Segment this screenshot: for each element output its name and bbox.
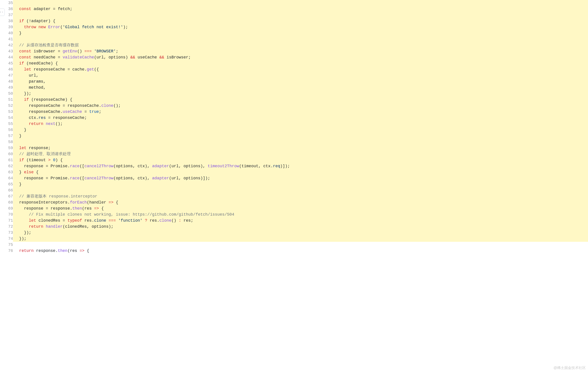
code-content[interactable]: // Fix multiple clones not working, issu… <box>14 212 588 218</box>
line-number[interactable]: 52 <box>0 103 13 109</box>
code-line: 42 // 从缓存池检查是否有缓存数据 <box>0 42 588 48</box>
code-line: 65 } <box>0 181 588 187</box>
code-content[interactable] <box>14 187 588 193</box>
line-number[interactable]: 56 <box>0 127 13 133</box>
line-number[interactable]: 62 <box>0 163 13 169</box>
line-number[interactable]: 50 <box>0 91 13 97</box>
code-line: 48 params, <box>0 79 588 85</box>
line-number[interactable]: 67 <box>0 193 13 200</box>
code-content[interactable]: params, <box>14 79 588 85</box>
line-number[interactable]: 47 <box>0 73 13 79</box>
code-content[interactable]: response = response.then(res => { <box>14 205 588 212</box>
code-content[interactable]: if (timeout > 0) { <box>14 157 588 163</box>
code-content[interactable]: } <box>14 133 588 139</box>
line-number[interactable]: 69 <box>0 205 13 212</box>
code-content[interactable]: let clonedRes = typeof res.clone === 'fu… <box>14 218 588 224</box>
code-line: 61 if (timeout > 0) { <box>0 157 588 163</box>
code-content[interactable]: url, <box>14 73 588 79</box>
code-line: 36 const adapter = fetch; <box>0 6 588 12</box>
line-number[interactable]: 35 <box>0 0 13 6</box>
code-content[interactable]: // 超时处理、取消请求处理 <box>14 151 588 157</box>
line-number[interactable]: 59 <box>0 145 13 151</box>
line-number[interactable]: 61 <box>0 157 13 163</box>
code-content[interactable]: const adapter = fetch; <box>14 6 588 12</box>
code-content[interactable]: method, <box>14 85 588 91</box>
line-number[interactable]: 45 <box>0 60 13 66</box>
line-number[interactable]: 58 <box>0 139 13 145</box>
code-content[interactable]: response = Promise.race([cancel2Throw(op… <box>14 163 588 169</box>
code-content[interactable] <box>14 139 588 145</box>
line-number[interactable]: 38 <box>0 18 13 24</box>
code-content[interactable] <box>14 242 588 248</box>
line-number[interactable]: 49 <box>0 85 13 91</box>
code-content[interactable]: response = Promise.race([cancel2Throw(op… <box>14 175 588 181</box>
code-content[interactable]: return next(); <box>14 121 588 127</box>
code-content[interactable]: } <box>14 30 588 36</box>
code-content[interactable]: // 从缓存池检查是否有缓存数据 <box>14 42 588 48</box>
code-content[interactable]: }); <box>14 91 588 97</box>
code-content[interactable]: return response.then(res => { <box>14 248 588 254</box>
code-content[interactable] <box>14 36 588 42</box>
line-number[interactable]: 51 <box>0 97 13 103</box>
code-line: 44 const needCache = validateCache(url, … <box>0 54 588 60</box>
code-content[interactable]: } <box>14 181 588 187</box>
code-content[interactable]: responseCache = responseCache.clone(); <box>14 103 588 109</box>
line-number[interactable]: 42 <box>0 42 13 48</box>
code-content[interactable]: responseInterceptors.forEach(handler => … <box>14 200 588 205</box>
line-number[interactable]: 70 <box>0 212 13 218</box>
line-number[interactable]: 44 <box>0 54 13 60</box>
line-number[interactable]: 48 <box>0 79 13 85</box>
code-line: 43 const isBrowser = getEnv() === 'BROWS… <box>0 48 588 54</box>
line-number[interactable]: 71 <box>0 218 13 224</box>
line-number[interactable]: 41 <box>0 36 13 42</box>
code-content[interactable]: return handler(clonedRes, options); <box>14 224 588 230</box>
line-number[interactable]: 40 <box>0 30 13 36</box>
line-number[interactable]: 64 <box>0 175 13 181</box>
code-line: 72 return handler(clonedRes, options); <box>0 224 588 230</box>
line-number[interactable]: 55 <box>0 121 13 127</box>
code-content[interactable]: if (needCache) { <box>14 60 588 66</box>
line-number[interactable]: 73 <box>0 230 13 236</box>
line-number[interactable]: 68 <box>0 200 13 205</box>
code-content[interactable]: const needCache = validateCache(url, opt… <box>14 54 588 60</box>
code-line: 64 response = Promise.race([cancel2Throw… <box>0 175 588 181</box>
line-number[interactable]: 46 <box>0 66 13 73</box>
code-line: 60 // 超时处理、取消请求处理 <box>0 151 588 157</box>
code-line: 40 } <box>0 30 588 36</box>
code-line: 45 if (needCache) { <box>0 60 588 66</box>
code-content[interactable]: } <box>14 127 588 133</box>
line-number[interactable]: 72 <box>0 224 13 230</box>
code-content[interactable]: let response; <box>14 145 588 151</box>
code-content[interactable]: if (!adapter) { <box>14 18 588 24</box>
line-number[interactable]: 75 <box>0 242 13 248</box>
code-content[interactable] <box>14 0 588 6</box>
code-content[interactable] <box>14 12 588 18</box>
line-number[interactable]: 54 <box>0 115 13 121</box>
code-line: 76 return response.then(res => { <box>0 248 588 254</box>
line-number[interactable]: 60 <box>0 151 13 157</box>
line-number[interactable]: 43 <box>0 48 13 54</box>
code-content[interactable]: // 兼容老版本 response.interceptor <box>14 193 588 200</box>
expand-hunk-button[interactable]: ·· <box>0 9 5 16</box>
line-number[interactable]: 63 <box>0 169 13 175</box>
line-number[interactable]: 65 <box>0 181 13 187</box>
code-content[interactable]: throw new Error('Global fetch not exist!… <box>14 24 588 30</box>
line-number[interactable]: 76 <box>0 248 13 254</box>
code-content[interactable]: }); <box>14 236 588 242</box>
line-number[interactable]: 57 <box>0 133 13 139</box>
line-number[interactable]: 66 <box>0 187 13 193</box>
code-content[interactable]: let responseCache = cache.get({ <box>14 66 588 73</box>
code-line: 55 return next(); <box>0 121 588 127</box>
code-content[interactable]: }); <box>14 230 588 236</box>
code-content[interactable]: responseCache.useCache = true; <box>14 109 588 115</box>
line-number[interactable]: 74 <box>0 236 13 242</box>
code-line: 56 } <box>0 127 588 133</box>
code-content[interactable]: const isBrowser = getEnv() === 'BROWSER'… <box>14 48 588 54</box>
code-content[interactable]: } else { <box>14 169 588 175</box>
code-line: 59 let response; <box>0 145 588 151</box>
line-number[interactable]: 53 <box>0 109 13 115</box>
code-content[interactable]: if (responseCache) { <box>14 97 588 103</box>
code-content[interactable]: ctx.res = responseCache; <box>14 115 588 121</box>
line-number[interactable]: 39 <box>0 24 13 30</box>
code-line: 58 <box>0 139 588 145</box>
